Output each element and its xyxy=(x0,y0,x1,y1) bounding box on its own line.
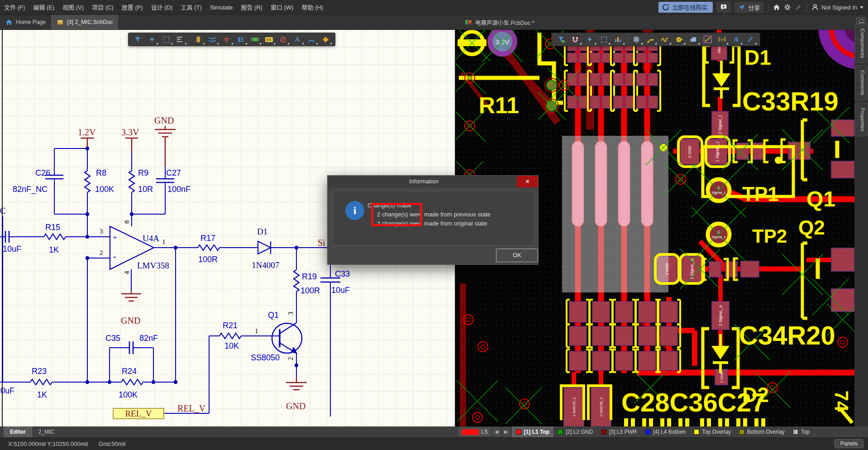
pen-slash-icon[interactable] xyxy=(795,4,802,11)
share-button[interactable]: 分享 xyxy=(734,2,763,13)
res-R23[interactable] xyxy=(30,379,52,385)
signin-menu[interactable]: Not Signed In xyxy=(811,4,863,11)
res-R15[interactable] xyxy=(44,234,66,239)
layer-scroll-right-button[interactable]: ▶ xyxy=(502,427,510,436)
place-part-icon[interactable] xyxy=(192,34,205,45)
feedback-button[interactable] xyxy=(716,2,731,13)
label-rel-v-net: REL_V xyxy=(177,403,206,413)
place-arc-icon[interactable] xyxy=(305,34,318,45)
layer-tab--1-l1-top[interactable]: [1] L1 Top xyxy=(512,426,553,437)
snap-magnet-icon[interactable] xyxy=(569,34,582,45)
tab-2mic[interactable]: 2_MIC xyxy=(32,426,61,437)
layer-tab--4-l4-bottom[interactable]: [4] L4 Bottom xyxy=(641,426,690,437)
components[interactable] xyxy=(5,171,340,385)
res-R8[interactable] xyxy=(85,171,90,192)
cap-C33[interactable] xyxy=(320,278,340,282)
menu-item-window[interactable]: 窗口 (W) xyxy=(267,0,298,15)
ok-button[interactable]: OK xyxy=(496,249,538,262)
gear-icon[interactable] xyxy=(784,4,791,11)
menu-item-edit[interactable]: 编辑 (E) xyxy=(29,0,58,15)
label-C28C36C27: C28C36C27 xyxy=(621,388,766,417)
place-text-icon[interactable]: A xyxy=(291,34,304,45)
svg-text:2 SignaL_4: 2 SignaL_4 xyxy=(718,305,723,326)
layer-tab-bottom-overlay[interactable]: Bottom Overlay xyxy=(735,426,789,437)
place-wire-icon[interactable] xyxy=(206,34,219,45)
dialog-close-button[interactable]: × xyxy=(517,176,538,187)
panel-tab-components[interactable]: Components xyxy=(855,24,868,63)
menu-item-view[interactable]: 视图 (V) xyxy=(58,0,88,15)
svg-text:Q1: Q1 xyxy=(268,311,279,320)
route-tool-icon[interactable] xyxy=(644,34,658,45)
port-REL_V[interactable]: REL_V xyxy=(113,408,164,419)
tab-schdoc[interactable]: [3] 2_MIC.SchDoc xyxy=(51,15,118,29)
menu-item-simulate[interactable]: Simulate xyxy=(206,0,237,15)
pcbdoc-icon xyxy=(465,19,472,26)
place-polygon-icon[interactable] xyxy=(687,34,700,45)
wires xyxy=(0,148,330,416)
home-icon[interactable] xyxy=(773,4,780,11)
res-R9[interactable] xyxy=(129,171,134,192)
res-R21[interactable] xyxy=(219,333,241,339)
dialog-body: i Change(s) made 2 change(s) were made f… xyxy=(332,191,534,246)
pin-numbers: 3 2 1 8 4 1 3 2 xyxy=(100,220,294,361)
opamp-signs: + - xyxy=(113,233,117,261)
res-R17[interactable] xyxy=(198,245,219,250)
svg-text:1 NetC32_1: 1 NetC32_1 xyxy=(572,397,576,416)
align-tool-icon[interactable] xyxy=(174,34,187,45)
panel-tab-comments[interactable]: Comments xyxy=(855,65,868,101)
dialog-title[interactable]: Information xyxy=(328,176,538,187)
diode-D1[interactable] xyxy=(258,241,271,254)
place-pad-icon[interactable] xyxy=(672,34,686,45)
place-string-icon[interactable]: A xyxy=(730,34,743,45)
cap-input[interactable] xyxy=(5,231,9,243)
menu-item-file[interactable]: 文件 (F) xyxy=(0,0,29,15)
layer-set-chip[interactable]: LS xyxy=(458,427,491,436)
annotate-icon[interactable]: D1 xyxy=(262,34,276,45)
tab-editor[interactable]: Editor xyxy=(4,426,32,437)
menu-item-reports[interactable]: 报告 (R) xyxy=(237,0,267,15)
place-sheet-symbol-icon[interactable] xyxy=(248,34,262,45)
cap-C27[interactable] xyxy=(156,179,174,182)
select-tool-icon[interactable] xyxy=(159,34,172,45)
menu-item-help[interactable]: 帮助 (H) xyxy=(297,0,327,15)
place-component-icon[interactable] xyxy=(630,34,643,45)
panels-button[interactable]: Panels xyxy=(835,439,863,448)
move-tool-icon[interactable]: + xyxy=(145,34,158,45)
layer-tab-top-overlay[interactable]: Top Overlay xyxy=(690,426,735,437)
layer-scroll-left-button[interactable]: ◀ xyxy=(493,427,501,436)
board-insight-icon[interactable] xyxy=(611,34,625,45)
layer-tab-label: [2] L2 GND xyxy=(566,429,593,435)
editor-tab-bar: Editor 2_MIC xyxy=(0,426,456,437)
svg-text:82nF_NC: 82nF_NC xyxy=(13,185,48,194)
res-R24[interactable] xyxy=(121,379,143,385)
buy-online-button[interactable]: 立即在线购买 xyxy=(658,2,713,13)
filter-tool-icon[interactable] xyxy=(131,34,144,45)
schdoc-tab-label: [3] 2_MIC.SchDoc xyxy=(67,19,113,25)
move-tool-icon[interactable]: + xyxy=(583,34,596,45)
dimension-tool-icon[interactable]: 10 xyxy=(715,34,729,45)
tune-length-icon[interactable] xyxy=(658,34,672,45)
svg-text:1: 1 xyxy=(162,238,166,245)
menu-item-tools[interactable]: 工具 (T) xyxy=(176,0,205,15)
cap-C35[interactable] xyxy=(129,341,133,354)
select-tool-icon[interactable] xyxy=(597,34,611,45)
dragged-component-ghost[interactable] xyxy=(562,136,668,292)
layer-tab--2-l2-gnd[interactable]: [2] L2 GND xyxy=(553,426,597,437)
transistor-Q1[interactable] xyxy=(272,323,302,353)
interactive-route-selected-icon[interactable] xyxy=(701,34,715,45)
menu-item-design[interactable]: 设计 (D) xyxy=(147,0,177,15)
menu-item-place[interactable]: 放置 (P) xyxy=(118,0,147,15)
tab-pcbdoc[interactable]: 电赛声源小车.PcbDoc * xyxy=(459,15,540,29)
tab-home-page[interactable]: Home Page xyxy=(0,15,51,29)
panel-tab-properties[interactable]: Properties xyxy=(855,103,868,136)
menu-item-project[interactable]: 项目 (C) xyxy=(88,0,118,15)
place-power-port-icon[interactable] xyxy=(220,34,233,45)
place-line-icon[interactable] xyxy=(744,34,757,45)
layer-tab-top[interactable]: Top xyxy=(789,426,814,437)
filter-tool-icon[interactable] xyxy=(554,34,568,45)
res-R19[interactable] xyxy=(294,270,299,292)
place-junction-icon[interactable] xyxy=(319,34,332,45)
place-sheet-entry-icon[interactable] xyxy=(234,34,248,45)
layer-tab--3-l3-pwr[interactable]: [3] L3 PWR xyxy=(597,426,641,437)
no-erc-icon[interactable] xyxy=(277,34,290,45)
